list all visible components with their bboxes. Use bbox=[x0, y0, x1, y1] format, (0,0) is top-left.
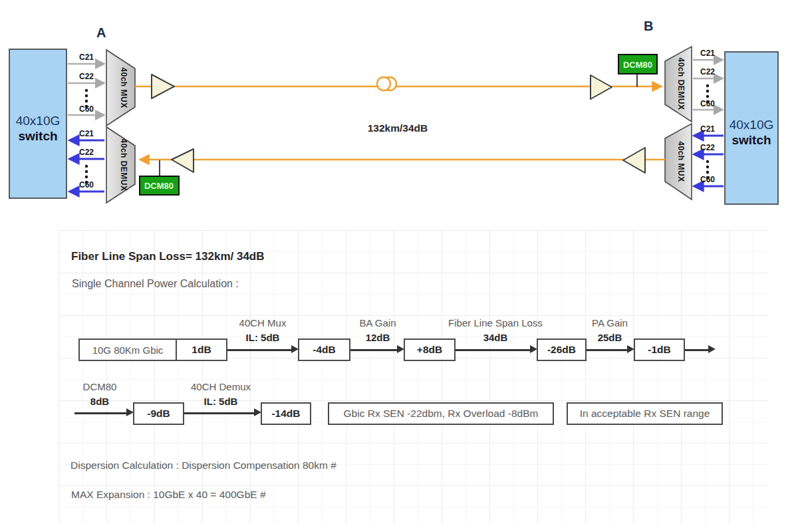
booster-amplifier-a-icon bbox=[152, 74, 174, 98]
dcm-a-label: DCM80 bbox=[144, 181, 174, 191]
demux-b-label: 40ch DEMUX bbox=[676, 57, 686, 110]
fiber-coil-icon bbox=[377, 77, 396, 90]
channel-label: C22 bbox=[79, 148, 94, 157]
dwdm-link-diagram: A B 40x10G switch 40x10G switch 40ch MUX… bbox=[0, 0, 798, 226]
switch-a-label-line2: switch bbox=[18, 129, 57, 143]
pre-amplifier-b-icon bbox=[591, 75, 612, 99]
power-result-box: -26dB bbox=[537, 338, 587, 361]
pre-amplifier-a-icon bbox=[172, 149, 194, 172]
step-name: BA Gain bbox=[359, 316, 396, 331]
span-loss-title: Fiber Line Span Loss= 132km/ 34dB bbox=[71, 250, 265, 263]
step-name: PA Gain bbox=[592, 316, 628, 331]
source-gbic-box: 10G 80Km Gbic bbox=[78, 338, 177, 361]
step-name: Fiber Line Span Loss bbox=[448, 316, 543, 331]
step-label-span-loss: Fiber Line Span Loss 34dB bbox=[448, 316, 543, 345]
dispersion-note: Dispersion Calculation : Dispersion Comp… bbox=[70, 460, 336, 471]
step-value: 8dB bbox=[83, 394, 117, 409]
channel-label: C22 bbox=[700, 143, 715, 152]
site-b-label: B bbox=[644, 19, 653, 33]
spreadsheet-grid-background bbox=[59, 230, 769, 524]
mux-b-label: 40ch MUX bbox=[676, 141, 686, 182]
step-label-demux: 40CH Demux IL: 5dB bbox=[191, 380, 251, 409]
power-result-box: -9dB bbox=[133, 402, 184, 425]
step-label-ba-gain: BA Gain 12dB bbox=[359, 316, 396, 345]
step-name: 40CH Demux bbox=[191, 380, 251, 394]
rx-sensitivity-note-box: Gbic Rx SEN -22dbm, Rx Overload -8dBm bbox=[328, 402, 554, 425]
step-name: DCM80 bbox=[83, 380, 117, 394]
mux-a-label: 40ch MUX bbox=[119, 67, 128, 108]
switch-b-label-line2: switch bbox=[732, 133, 771, 147]
power-result-box: -1dB bbox=[634, 338, 685, 361]
step-value: IL: 5dB bbox=[191, 394, 251, 409]
channel-label: C21 bbox=[700, 49, 715, 58]
channel-label: C21 bbox=[79, 129, 94, 138]
step-label-mux: 40CH Mux IL: 5dB bbox=[239, 316, 287, 345]
switch-a-label-line1: 40x10G bbox=[16, 114, 61, 128]
step-label-dcm80: DCM80 8dB bbox=[83, 380, 117, 409]
power-result-box: +8dB bbox=[404, 338, 456, 361]
max-expansion-note: MAX Expansion : 10GbE x 40 = 400GbE # bbox=[71, 489, 266, 501]
switch-b-label-line1: 40x10G bbox=[730, 118, 774, 132]
channel-label: C22 bbox=[79, 72, 94, 81]
demux-a-label: 40ch DEMUX bbox=[119, 138, 128, 191]
power-result-box: -4dB bbox=[298, 338, 350, 361]
step-value: 12dB bbox=[359, 331, 396, 345]
channel-label: C22 bbox=[700, 67, 715, 76]
fiber-span-label: 132km/34dB bbox=[368, 122, 428, 134]
dcm-b-label: DCM80 bbox=[623, 60, 652, 70]
step-value: IL: 5dB bbox=[239, 331, 287, 345]
power-calc-subtitle: Single Channel Power Calculation : bbox=[72, 278, 239, 290]
step-value: 34dB bbox=[448, 331, 543, 345]
channel-label: C21 bbox=[79, 53, 94, 62]
site-a-label: A bbox=[96, 25, 106, 40]
rx-range-note-box: In acceptable Rx SEN range bbox=[567, 402, 723, 425]
step-name: 40CH Mux bbox=[239, 316, 287, 331]
source-power-box: 1dB bbox=[176, 338, 227, 361]
step-label-pa-gain: PA Gain 25dB bbox=[592, 316, 628, 345]
channel-label: C21 bbox=[700, 124, 715, 134]
power-result-box: -14dB bbox=[261, 402, 311, 425]
step-value: 25dB bbox=[592, 331, 628, 345]
booster-amplifier-b-icon bbox=[623, 148, 645, 173]
